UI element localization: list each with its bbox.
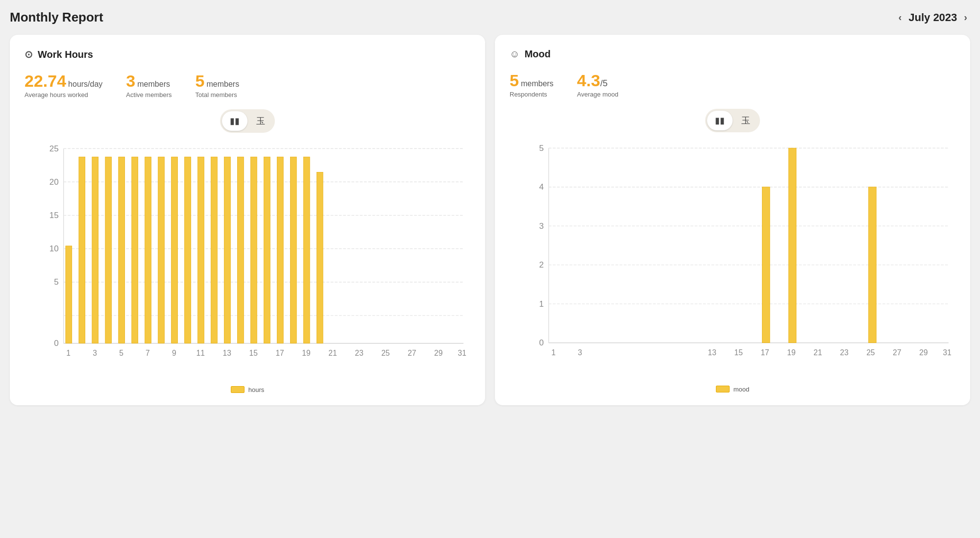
svg-rect-27 bbox=[238, 157, 244, 343]
svg-rect-30 bbox=[277, 157, 283, 343]
total-members-stat: 5members Total members bbox=[196, 72, 240, 98]
mood-stats: 5members Respondents 4.3/5 Average mood bbox=[510, 72, 956, 98]
svg-text:25: 25 bbox=[49, 144, 59, 153]
svg-text:10: 10 bbox=[49, 245, 59, 254]
svg-rect-63 bbox=[762, 187, 770, 343]
avg-mood-label: Average mood bbox=[577, 91, 618, 98]
page-header: Monthly Report ‹ July 2023 › bbox=[10, 10, 970, 25]
svg-rect-26 bbox=[224, 157, 231, 343]
svg-text:1: 1 bbox=[551, 349, 556, 357]
svg-text:21: 21 bbox=[328, 349, 337, 358]
svg-text:7: 7 bbox=[146, 349, 150, 358]
mood-chart-toggle: ▮▮ ⽟ bbox=[510, 109, 956, 132]
work-hours-card: ⊙ Work Hours 22.74hours/day Average hour… bbox=[10, 35, 485, 405]
svg-rect-21 bbox=[158, 157, 165, 343]
svg-text:20: 20 bbox=[49, 177, 59, 187]
work-hours-svg: 25 20 15 10 5 0 bbox=[39, 142, 470, 378]
svg-rect-18 bbox=[119, 157, 125, 343]
respondents-value: 5members bbox=[510, 72, 554, 90]
svg-text:25: 25 bbox=[381, 349, 390, 358]
mood-svg: 5 4 3 2 1 0 1 3 13 15 bbox=[524, 141, 956, 378]
svg-text:3: 3 bbox=[93, 349, 97, 358]
svg-text:9: 9 bbox=[172, 349, 176, 358]
month-navigation: ‹ July 2023 › bbox=[896, 10, 970, 25]
cards-container: ⊙ Work Hours 22.74hours/day Average hour… bbox=[10, 35, 970, 405]
current-month-label: July 2023 bbox=[908, 11, 957, 24]
work-hours-stats: 22.74hours/day Average hours worked 3mem… bbox=[24, 72, 470, 98]
clock-icon: ⊙ bbox=[24, 49, 33, 60]
work-hours-title: Work Hours bbox=[38, 49, 93, 60]
svg-text:19: 19 bbox=[302, 349, 310, 358]
work-hours-card-header: ⊙ Work Hours bbox=[24, 49, 470, 60]
svg-text:17: 17 bbox=[760, 349, 769, 357]
svg-rect-64 bbox=[788, 148, 796, 343]
active-members-stat: 3members Active members bbox=[126, 72, 172, 98]
svg-text:11: 11 bbox=[196, 349, 205, 358]
page-title: Monthly Report bbox=[10, 10, 103, 25]
bar-chart-button[interactable]: ▮▮ bbox=[222, 111, 247, 131]
prev-month-button[interactable]: ‹ bbox=[896, 10, 905, 25]
svg-rect-16 bbox=[92, 157, 98, 343]
svg-text:29: 29 bbox=[919, 349, 928, 357]
svg-text:5: 5 bbox=[54, 278, 58, 287]
svg-rect-15 bbox=[79, 157, 85, 343]
svg-text:31: 31 bbox=[943, 349, 951, 357]
mood-icon: ☺ bbox=[510, 49, 519, 60]
avg-mood-stat: 4.3/5 Average mood bbox=[577, 72, 618, 98]
avg-hours-value: 22.74hours/day bbox=[24, 72, 102, 90]
svg-rect-20 bbox=[145, 157, 151, 343]
mood-legend: mood bbox=[510, 386, 956, 393]
total-members-value: 5members bbox=[196, 72, 240, 90]
mood-chart: 5 4 3 2 1 0 1 3 13 15 bbox=[510, 141, 956, 380]
avg-hours-stat: 22.74hours/day Average hours worked bbox=[24, 72, 102, 98]
svg-text:3: 3 bbox=[539, 221, 543, 231]
mood-toggle-group: ▮▮ ⽟ bbox=[705, 109, 760, 132]
svg-text:13: 13 bbox=[708, 349, 716, 357]
svg-rect-28 bbox=[250, 157, 257, 343]
work-hours-toggle-group: ▮▮ ⽟ bbox=[220, 109, 275, 133]
avg-mood-value: 4.3/5 bbox=[577, 72, 618, 90]
mood-bar-chart-button[interactable]: ▮▮ bbox=[707, 111, 733, 130]
avg-hours-label: Average hours worked bbox=[24, 91, 102, 98]
svg-text:15: 15 bbox=[734, 349, 743, 357]
svg-text:23: 23 bbox=[840, 349, 848, 357]
total-members-label: Total members bbox=[196, 91, 240, 98]
svg-rect-29 bbox=[264, 157, 270, 343]
line-chart-button[interactable]: ⽟ bbox=[248, 111, 273, 131]
svg-text:17: 17 bbox=[275, 349, 284, 358]
mood-title: Mood bbox=[524, 49, 550, 60]
svg-rect-22 bbox=[172, 157, 178, 343]
work-hours-chart: 25 20 15 10 5 0 bbox=[24, 142, 470, 380]
svg-text:29: 29 bbox=[434, 349, 442, 358]
svg-rect-19 bbox=[132, 157, 138, 343]
svg-rect-31 bbox=[290, 157, 296, 343]
svg-text:3: 3 bbox=[578, 349, 582, 357]
next-month-button[interactable]: › bbox=[961, 10, 970, 25]
svg-text:1: 1 bbox=[539, 299, 543, 309]
svg-rect-24 bbox=[198, 157, 204, 343]
svg-text:25: 25 bbox=[866, 349, 875, 357]
svg-text:31: 31 bbox=[458, 349, 466, 358]
hours-legend-label: hours bbox=[248, 386, 265, 393]
respondents-stat: 5members Respondents bbox=[510, 72, 554, 98]
svg-text:27: 27 bbox=[408, 349, 416, 358]
svg-text:4: 4 bbox=[539, 183, 543, 192]
svg-text:21: 21 bbox=[813, 349, 822, 357]
svg-rect-14 bbox=[66, 246, 72, 343]
svg-text:15: 15 bbox=[49, 211, 59, 220]
respondents-label: Respondents bbox=[510, 91, 554, 98]
svg-text:13: 13 bbox=[223, 349, 231, 358]
mood-legend-label: mood bbox=[734, 386, 750, 393]
svg-text:0: 0 bbox=[539, 339, 543, 348]
svg-rect-33 bbox=[317, 172, 323, 343]
work-hours-legend: hours bbox=[24, 386, 470, 393]
svg-text:0: 0 bbox=[54, 339, 58, 348]
hours-legend-box bbox=[231, 386, 245, 393]
active-members-label: Active members bbox=[126, 91, 172, 98]
mood-card: ☺ Mood 5members Respondents 4.3/5 Averag… bbox=[495, 35, 970, 405]
svg-rect-65 bbox=[869, 187, 877, 343]
mood-card-header: ☺ Mood bbox=[510, 49, 956, 60]
work-hours-chart-toggle: ▮▮ ⽟ bbox=[24, 109, 470, 133]
mood-line-chart-button[interactable]: ⽟ bbox=[734, 111, 758, 130]
svg-text:19: 19 bbox=[787, 349, 795, 357]
